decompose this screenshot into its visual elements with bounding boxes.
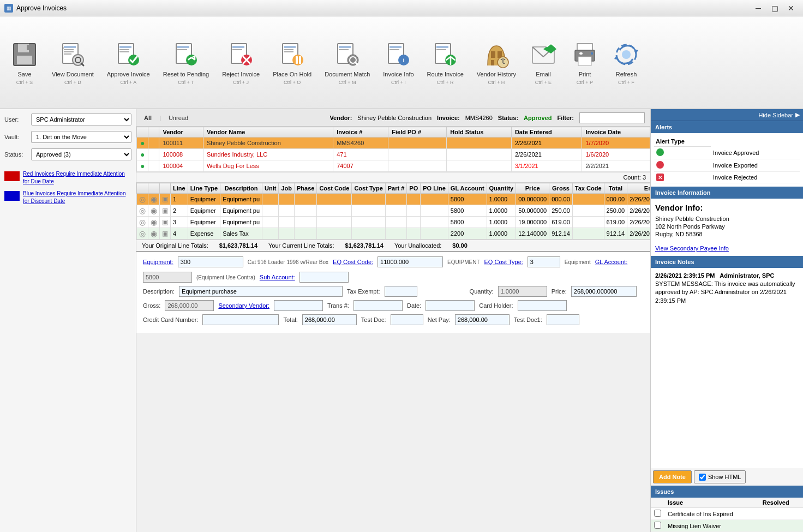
row-invoice: MMS4260 (333, 138, 388, 149)
lcol-phase[interactable]: Phase (295, 183, 317, 194)
view-document-button[interactable]: View Document Ctrl + D (46, 37, 100, 89)
hide-sidebar-button[interactable]: Hide Sidebar ▶ (651, 109, 803, 121)
test-doc1-label: Test Doc1: (514, 316, 542, 323)
eq-cost-type-label[interactable]: EQ Cost Type: (484, 259, 523, 265)
close-button[interactable]: ✕ (783, 2, 799, 14)
reject-invoice-button[interactable]: Reject Invoice Ctrl + J (216, 37, 266, 89)
invoice-info-button[interactable]: i Invoice Info Ctrl + I (377, 37, 420, 89)
save-button[interactable]: Save Ctrl + S (4, 37, 45, 89)
card-holder-input[interactable] (518, 300, 567, 311)
lcol-price[interactable]: Price (516, 183, 549, 194)
lcol-quantity[interactable]: Quantity (487, 183, 516, 194)
description-input[interactable] (179, 286, 343, 297)
tab-unread[interactable]: Unread (166, 113, 190, 122)
line-qty: 1.0000 (487, 217, 516, 228)
col-invoice-date[interactable]: Invoice Date (582, 127, 650, 138)
route-icon (431, 40, 459, 69)
user-select[interactable]: SPC Administrator (31, 113, 131, 125)
filter-bar: All | Unread Vendor: Shiney Pebble Const… (136, 109, 650, 127)
list-item[interactable]: ◎ ◉ ▣ 2 Equipmer Equipment pu 5800 1.000… (137, 205, 651, 217)
place-on-hold-button[interactable]: Place On Hold Ctrl + O (267, 37, 317, 89)
lcol-description[interactable]: Description (220, 183, 262, 194)
refresh-button[interactable]: Refresh Ctrl + F (606, 37, 646, 89)
lcol-gl-account[interactable]: GL Account (448, 183, 487, 194)
lcol-po-line[interactable]: PO Line (421, 183, 448, 194)
col-vendor-id[interactable]: Vendor (159, 127, 203, 138)
legend-text-blue[interactable]: Blue Invoices Require Immediate Attentio… (23, 190, 131, 205)
col-vendor-name[interactable]: Vendor Name (203, 127, 333, 138)
status-select[interactable]: Approved (3) (31, 148, 131, 160)
col-hold-status[interactable]: Hold Status (447, 127, 512, 138)
show-html-checkbox[interactable] (699, 474, 706, 481)
equipment-label[interactable]: Equipment: (143, 259, 173, 265)
tax-exempt-input[interactable] (385, 286, 417, 297)
vendor-history-button[interactable]: Vendor History Ctrl + H (471, 37, 522, 89)
col-date-entered[interactable]: Date Entered (511, 127, 582, 138)
invoice-info-icon: i (384, 40, 412, 69)
line-part (385, 217, 407, 228)
line-gl: 2200 (448, 228, 487, 240)
legend-item-blue: Blue Invoices Require Immediate Attentio… (4, 190, 131, 205)
credit-card-input[interactable] (202, 314, 279, 325)
row-field-po (388, 138, 447, 149)
eq-cost-code-label[interactable]: EQ Cost Code: (333, 259, 373, 265)
list-item[interactable]: ◎ ◉ ▣ 3 Equipmer Equipment pu 5800 1.000… (137, 217, 651, 228)
list-item[interactable]: ◎ ◉ ▣ 1 Equipmer Equipment pu 5800 1.000… (137, 194, 651, 205)
svg-rect-29 (284, 46, 296, 48)
issue-checkbox[interactable] (651, 508, 664, 520)
lcol-part[interactable]: Part # (385, 183, 407, 194)
trans-input[interactable] (353, 300, 403, 311)
svg-point-68 (622, 50, 631, 59)
svg-rect-42 (389, 46, 402, 48)
route-invoice-button[interactable]: Route Invoice Ctrl + R (421, 37, 470, 89)
table-row[interactable]: ● 100008 Sundries Industry, LLC 471 2/26… (137, 149, 650, 160)
print-button[interactable]: Print Ctrl + P (565, 37, 605, 89)
table-row[interactable]: ● 100004 Wells Dug For Less 74007 3/1/20… (137, 160, 650, 172)
email-button[interactable]: Email Ctrl + E (523, 37, 564, 89)
issue-checkbox[interactable] (651, 520, 664, 532)
list-item[interactable]: ◎ ◉ ▣ 4 Expense Sales Tax 2200 1.0000 12… (137, 228, 651, 240)
test-doc-input[interactable] (391, 314, 423, 325)
legend-text-red[interactable]: Red Invoices Require Immediate Attention… (23, 170, 131, 186)
sub-account-label[interactable]: Sub Account: (260, 274, 295, 280)
net-pay-label: Net Pay: (428, 316, 451, 323)
eq-cost-code-input[interactable] (377, 256, 443, 267)
approve-invoice-button[interactable]: Approve Invoice Ctrl + A (101, 37, 156, 89)
lcol-entry-date[interactable]: Entry Date (627, 183, 650, 194)
eq-cost-type-input[interactable] (528, 256, 560, 267)
document-match-button[interactable]: Document Match Ctrl + M (319, 37, 376, 89)
lcol-job[interactable]: Job (279, 183, 295, 194)
secondary-payee-link[interactable]: View Secondary Payee Info (655, 245, 729, 252)
col-invoice[interactable]: Invoice # (333, 127, 388, 138)
lcol-total[interactable]: Total (604, 183, 627, 194)
secondary-vendor-input[interactable] (274, 300, 323, 311)
lcol-tax-code[interactable]: Tax Code (572, 183, 604, 194)
line-job (279, 228, 295, 240)
test-doc1-input[interactable] (547, 314, 579, 325)
lcol-cost-type[interactable]: Cost Type (352, 183, 385, 194)
add-note-button[interactable]: Add Note (653, 470, 692, 483)
lcol-unit[interactable]: Unit (262, 183, 279, 194)
tab-all[interactable]: All (142, 113, 154, 122)
lcol-gross[interactable]: Gross (549, 183, 573, 194)
filter-input[interactable] (579, 112, 645, 123)
col-field-po[interactable]: Field PO # (388, 127, 447, 138)
gl-account-label[interactable]: GL Account: (595, 259, 628, 265)
maximize-button[interactable]: ▢ (767, 2, 782, 14)
equipment-input[interactable] (178, 256, 243, 267)
sub-account-input[interactable] (299, 272, 349, 283)
minimize-button[interactable]: ─ (751, 2, 766, 14)
lcol-line-type[interactable]: Line Type (188, 183, 220, 194)
vault-select[interactable]: 1. Dirt on the Move (31, 131, 131, 143)
hide-sidebar-label: Hide Sidebar (758, 112, 793, 118)
lcol-line[interactable]: Line (171, 183, 188, 194)
reset-pending-button[interactable]: Reset to Pending Ctrl + T (157, 37, 215, 89)
table-row[interactable]: ● 100011 Shiney Pebble Construction MMS4… (137, 138, 650, 149)
lcol-po[interactable]: PO (407, 183, 421, 194)
reject-label: Reject Invoice (222, 71, 260, 77)
show-html-button[interactable]: Show HTML (694, 470, 746, 483)
date-input[interactable] (426, 300, 475, 311)
secondary-vendor-label[interactable]: Secondary Vendor: (218, 302, 269, 309)
lcol-cost-code[interactable]: Cost Code (317, 183, 352, 194)
view-doc-icon (58, 40, 87, 69)
